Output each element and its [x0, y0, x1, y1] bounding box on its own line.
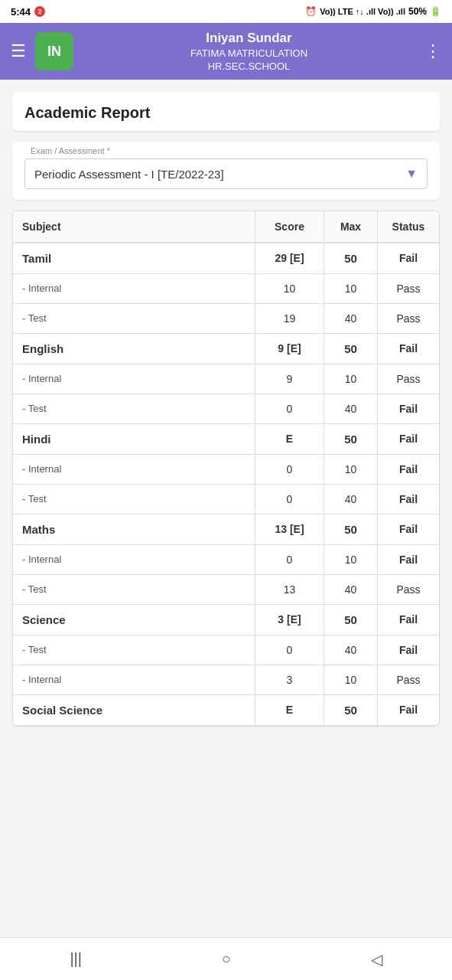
- cell-subject: Hindi: [13, 424, 255, 454]
- signal-icons: Vo)) LTE ↑↓ .ıll Vo)) .ıll: [320, 7, 405, 16]
- col-header-max: Max: [324, 211, 378, 242]
- cell-score: 19: [255, 304, 324, 333]
- table-row: - Internal 10 10 Pass: [13, 274, 439, 304]
- school-line1: FATIMA MATRICULATION: [83, 47, 415, 59]
- cell-status: Pass: [378, 364, 439, 394]
- menu-icon[interactable]: ☰: [11, 41, 26, 61]
- cell-subject: - Test: [13, 394, 255, 423]
- cell-max: 10: [324, 455, 378, 484]
- col-header-status: Status: [378, 211, 439, 242]
- cell-max: 50: [324, 514, 378, 544]
- table-row: - Internal 9 10 Pass: [13, 364, 439, 394]
- alarm-icon: ⏰: [305, 6, 317, 17]
- status-bar: 5:44 2 ⏰ Vo)) LTE ↑↓ .ıll Vo)) .ıll 50% …: [0, 0, 452, 23]
- cell-subject: Science: [13, 605, 255, 635]
- cell-score: 0: [255, 455, 324, 484]
- avatar: IN: [35, 32, 73, 70]
- cell-score: E: [255, 695, 324, 725]
- table-row: - Test 0 40 Fail: [13, 485, 439, 514]
- exam-dropdown[interactable]: Periodic Assessment - I [TE/2022-23] ▼: [24, 158, 428, 189]
- col-header-subject: Subject: [13, 211, 255, 242]
- cell-max: 50: [324, 424, 378, 454]
- table-row: - Internal 0 10 Fail: [13, 455, 439, 485]
- cell-subject: - Test: [13, 304, 255, 333]
- cell-status: Fail: [378, 545, 439, 574]
- cell-max: 10: [324, 545, 378, 574]
- table-row: Social Science E 50 Fail: [13, 695, 439, 725]
- user-name: Iniyan Sundar: [83, 31, 415, 46]
- cell-score: 13 [E]: [255, 514, 324, 544]
- cell-max: 40: [324, 394, 378, 423]
- exam-label: Exam / Assessment *: [28, 146, 113, 155]
- cell-status: Fail: [378, 485, 439, 514]
- cell-subject: - Test: [13, 635, 255, 665]
- notification-badge: 2: [34, 6, 45, 17]
- cell-score: 3 [E]: [255, 605, 324, 635]
- school-line2: HR.SEC.SCHOOL: [83, 60, 415, 72]
- cell-max: 40: [324, 304, 378, 333]
- cell-score: E: [255, 424, 324, 454]
- more-icon[interactable]: ⋮: [424, 41, 441, 61]
- cell-max: 40: [324, 575, 378, 604]
- cell-status: Fail: [378, 514, 439, 544]
- cell-subject: - Internal: [13, 545, 255, 574]
- cell-status: Fail: [378, 635, 439, 665]
- nav-back-icon[interactable]: ◁: [371, 950, 382, 969]
- nav-home-icon[interactable]: ○: [222, 950, 231, 968]
- cell-status: Fail: [378, 695, 439, 725]
- cell-status: Fail: [378, 334, 439, 364]
- table-row: - Test 0 40 Fail: [13, 635, 439, 665]
- cell-status: Pass: [378, 575, 439, 604]
- cell-subject: - Internal: [13, 665, 255, 694]
- cell-max: 10: [324, 274, 378, 303]
- cell-subject: - Test: [13, 575, 255, 604]
- cell-subject: - Internal: [13, 274, 255, 303]
- table-row: English 9 [E] 50 Fail: [13, 334, 439, 364]
- cell-score: 9 [E]: [255, 334, 324, 364]
- cell-max: 50: [324, 243, 378, 273]
- table-row: Hindi E 50 Fail: [13, 424, 439, 455]
- cell-score: 0: [255, 545, 324, 574]
- table-body: Tamil 29 [E] 50 Fail - Internal 10 10 Pa…: [13, 243, 439, 725]
- cell-status: Pass: [378, 304, 439, 333]
- page-title-card: Academic Report: [12, 92, 440, 131]
- cell-status: Fail: [378, 424, 439, 454]
- battery-percent: 50%: [408, 6, 427, 17]
- status-right: ⏰ Vo)) LTE ↑↓ .ıll Vo)) .ıll 50% 🔋: [305, 6, 441, 17]
- table-row: Science 3 [E] 50 Fail: [13, 605, 439, 635]
- cell-subject: English: [13, 334, 255, 364]
- table-header-row: Subject Score Max Status: [13, 211, 439, 243]
- dropdown-arrow-icon: ▼: [405, 167, 418, 181]
- exam-selector-wrap: Exam / Assessment * Periodic Assessment …: [12, 142, 440, 200]
- cell-max: 10: [324, 665, 378, 694]
- cell-score: 13: [255, 575, 324, 604]
- cell-score: 9: [255, 364, 324, 394]
- table-row: - Internal 0 10 Fail: [13, 545, 439, 575]
- col-header-score: Score: [255, 211, 324, 242]
- cell-max: 10: [324, 364, 378, 394]
- cell-subject: Tamil: [13, 243, 255, 273]
- table-row: - Test 19 40 Pass: [13, 304, 439, 334]
- cell-max: 40: [324, 635, 378, 665]
- cell-subject: - Internal: [13, 364, 255, 394]
- cell-status: Fail: [378, 394, 439, 423]
- cell-score: 3: [255, 665, 324, 694]
- app-header: ☰ IN Iniyan Sundar FATIMA MATRICULATION …: [0, 23, 452, 80]
- battery-icon: 🔋: [430, 6, 441, 17]
- nav-menu-icon[interactable]: |||: [70, 950, 82, 968]
- cell-score: 0: [255, 394, 324, 423]
- cell-subject: - Test: [13, 485, 255, 514]
- cell-status: Fail: [378, 605, 439, 635]
- table-row: - Internal 3 10 Pass: [13, 665, 439, 695]
- table-row: - Test 13 40 Pass: [13, 575, 439, 605]
- cell-max: 40: [324, 485, 378, 514]
- cell-score: 0: [255, 485, 324, 514]
- cell-max: 50: [324, 695, 378, 725]
- cell-status: Pass: [378, 274, 439, 303]
- header-info: Iniyan Sundar FATIMA MATRICULATION HR.SE…: [83, 31, 415, 72]
- cell-score: 0: [255, 635, 324, 665]
- cell-score: 10: [255, 274, 324, 303]
- exam-value: Periodic Assessment - I [TE/2022-23]: [34, 168, 224, 181]
- cell-subject: Social Science: [13, 695, 255, 725]
- cell-subject: - Internal: [13, 455, 255, 484]
